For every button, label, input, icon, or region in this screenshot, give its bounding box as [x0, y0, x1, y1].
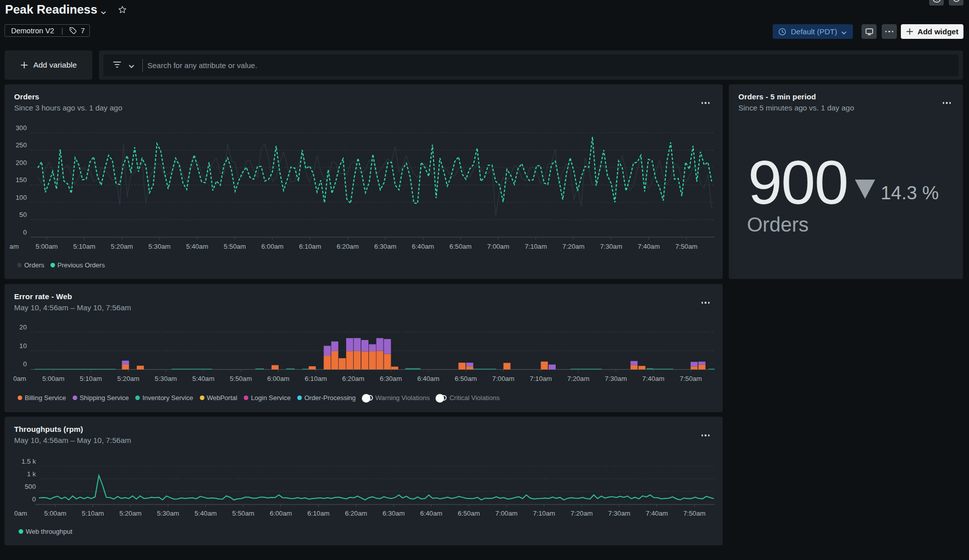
- svg-text:0: 0: [32, 495, 36, 503]
- svg-text:5:40am: 5:40am: [195, 510, 217, 517]
- svg-text:100: 100: [16, 194, 27, 201]
- svg-text:7:20am: 7:20am: [567, 375, 589, 382]
- svg-text:10: 10: [19, 342, 27, 350]
- svg-text:6:50am: 6:50am: [455, 375, 477, 382]
- svg-text:150: 150: [16, 176, 27, 184]
- svg-text:0: 0: [23, 229, 27, 236]
- svg-text:6:50am: 6:50am: [450, 243, 472, 250]
- svg-text:20: 20: [19, 323, 27, 331]
- svg-text:6:30am: 6:30am: [380, 375, 402, 382]
- svg-text:5:40am: 5:40am: [192, 375, 214, 382]
- svg-text:5:50am: 5:50am: [232, 510, 254, 517]
- svg-text:6:20am: 6:20am: [342, 375, 364, 382]
- svg-text:6:30am: 6:30am: [383, 510, 405, 517]
- svg-text:5:00am: 5:00am: [44, 510, 67, 517]
- svg-text:6:10am: 6:10am: [305, 375, 327, 382]
- svg-text:7:30am: 7:30am: [605, 375, 627, 382]
- svg-text:5:30am: 5:30am: [148, 243, 171, 250]
- svg-text:7:20am: 7:20am: [562, 243, 584, 250]
- svg-text:5:00am: 5:00am: [42, 375, 65, 382]
- svg-text:5:10am: 5:10am: [82, 510, 104, 517]
- svg-text:7:10am: 7:10am: [533, 510, 555, 517]
- svg-text:7:50am: 7:50am: [680, 375, 702, 382]
- svg-text:5:30am: 5:30am: [157, 510, 179, 517]
- svg-text:0: 0: [23, 360, 27, 368]
- svg-text:6:30am: 6:30am: [374, 243, 397, 250]
- svg-text:7:00am: 7:00am: [487, 243, 509, 250]
- svg-text:6:00am: 6:00am: [267, 375, 290, 382]
- svg-text:300: 300: [16, 124, 27, 132]
- svg-text:7:30am: 7:30am: [608, 510, 630, 517]
- svg-text:5:00am: 5:00am: [36, 243, 58, 250]
- svg-text:7:40am: 7:40am: [646, 510, 668, 517]
- svg-text:5:10am: 5:10am: [73, 243, 95, 250]
- svg-text:250: 250: [16, 141, 27, 149]
- svg-text:0am: 0am: [13, 375, 26, 382]
- svg-text:7:30am: 7:30am: [600, 243, 622, 250]
- svg-text:7:20am: 7:20am: [571, 510, 593, 517]
- svg-text:7:00am: 7:00am: [496, 510, 518, 517]
- svg-text:6:50am: 6:50am: [458, 510, 480, 517]
- svg-text:7:50am: 7:50am: [683, 510, 706, 517]
- svg-text:7:40am: 7:40am: [642, 375, 665, 382]
- svg-text:50: 50: [19, 211, 27, 218]
- svg-text:5:50am: 5:50am: [230, 375, 252, 382]
- svg-text:200: 200: [16, 159, 27, 166]
- svg-text:6:10am: 6:10am: [299, 243, 321, 250]
- svg-text:7:40am: 7:40am: [637, 243, 660, 250]
- svg-text:6:20am: 6:20am: [337, 243, 359, 250]
- svg-text:7:50am: 7:50am: [675, 243, 697, 250]
- svg-text:6:40am: 6:40am: [420, 510, 443, 517]
- svg-text:6:10am: 6:10am: [307, 510, 330, 517]
- svg-text:6:40am: 6:40am: [412, 243, 434, 250]
- svg-text:am: am: [10, 243, 19, 250]
- svg-text:1.5 k: 1.5 k: [21, 458, 36, 465]
- svg-text:5:20am: 5:20am: [120, 510, 142, 517]
- svg-text:1 k: 1 k: [27, 470, 36, 478]
- svg-text:7:00am: 7:00am: [492, 375, 514, 382]
- svg-text:7:10am: 7:10am: [525, 243, 547, 250]
- svg-text:5:30am: 5:30am: [155, 375, 177, 382]
- svg-text:6:40am: 6:40am: [417, 375, 440, 382]
- svg-text:5:20am: 5:20am: [111, 243, 133, 250]
- svg-text:5:20am: 5:20am: [117, 375, 139, 382]
- svg-text:6:20am: 6:20am: [345, 510, 367, 517]
- svg-text:6:00am: 6:00am: [261, 243, 284, 250]
- svg-text:5:50am: 5:50am: [224, 243, 246, 250]
- svg-text:5:40am: 5:40am: [186, 243, 208, 250]
- svg-text:5:10am: 5:10am: [80, 375, 102, 382]
- svg-text:0am: 0am: [14, 510, 27, 517]
- svg-text:7:10am: 7:10am: [530, 375, 552, 382]
- svg-text:6:00am: 6:00am: [270, 510, 292, 517]
- svg-text:500: 500: [25, 483, 36, 490]
